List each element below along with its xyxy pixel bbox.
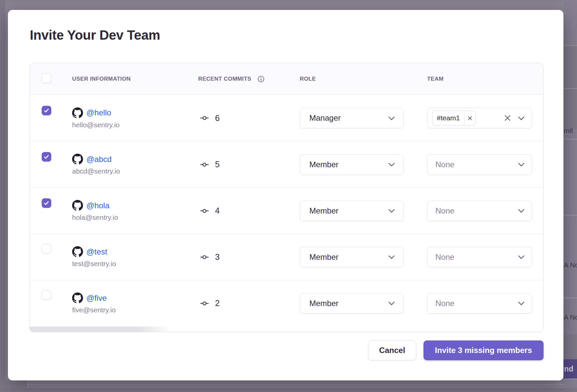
commit-count: 2 (215, 298, 220, 308)
user-email: abcd@sentry.io (72, 167, 198, 175)
github-icon (72, 293, 83, 303)
invite-dev-team-modal: Invite Your Dev Team USER INFORMATION RE… (8, 10, 563, 380)
background-purple-button-fragment: nd (563, 359, 577, 378)
column-header-role: ROLE (300, 76, 316, 82)
github-icon (72, 107, 83, 118)
role-select[interactable]: Member (300, 201, 404, 221)
team-value: #team1 (432, 111, 476, 126)
commit-count: 3 (215, 252, 220, 262)
user-email: hello@sentry.io (72, 121, 198, 129)
chevron-down-icon (517, 114, 526, 123)
chevron-down-icon (517, 299, 526, 308)
table-scroll-shadow (30, 327, 172, 332)
background-block (563, 45, 577, 129)
username-link[interactable]: @hello (86, 108, 111, 117)
username-link[interactable]: @abcd (86, 155, 111, 164)
background-text-fragment: mit (564, 127, 573, 135)
team-clear-icon[interactable] (503, 114, 512, 122)
chevron-down-icon (517, 206, 526, 215)
chevron-down-icon (517, 160, 526, 169)
table-header-row: USER INFORMATION RECENT COMMITS ROLE TEA… (30, 63, 543, 95)
select-all-checkbox[interactable] (42, 73, 51, 83)
row-checkbox[interactable] (42, 106, 51, 115)
team-select[interactable]: None (427, 293, 532, 314)
github-icon (72, 246, 83, 257)
row-checkbox[interactable] (42, 244, 51, 254)
background-text-fragment: A No (564, 313, 577, 321)
chevron-down-icon (387, 114, 396, 123)
team-value: None (432, 160, 454, 169)
row-checkbox[interactable] (42, 290, 51, 300)
commit-icon (198, 160, 211, 169)
invite-members-button[interactable]: Invite 3 missing members (423, 340, 544, 360)
background-page-sliver: mit A No A No nd (563, 0, 577, 392)
commit-count: 6 (215, 113, 220, 123)
role-value: Member (309, 253, 338, 262)
chevron-down-icon (387, 160, 396, 169)
table-row: @hola hola@sentry.io 4 Member None (30, 187, 543, 234)
background-row-line (563, 88, 577, 89)
chevron-down-icon (517, 253, 526, 261)
team-tag-label: #team1 (432, 114, 464, 122)
role-select[interactable]: Member (300, 293, 404, 314)
team-placeholder: None (432, 299, 454, 308)
commit-icon (198, 207, 211, 215)
remove-tag-icon[interactable] (464, 111, 475, 126)
team-tag[interactable]: #team1 (432, 111, 476, 126)
role-select[interactable]: Member (300, 154, 404, 175)
table-row: @five five@sentry.io 2 Member None (30, 280, 543, 326)
role-select[interactable]: Member (300, 247, 404, 267)
table-row: @test test@sentry.io 3 Member None (30, 234, 543, 280)
table-row: @abcd abcd@sentry.io 5 Member None (30, 141, 543, 187)
team-select[interactable]: None (427, 154, 532, 175)
username-link[interactable]: @five (86, 294, 107, 303)
row-checkbox[interactable] (42, 152, 51, 162)
cancel-button[interactable]: Cancel (368, 340, 416, 360)
team-placeholder: None (432, 160, 454, 169)
chevron-down-icon (387, 206, 396, 215)
row-checkbox[interactable] (42, 198, 51, 208)
chevron-down-icon (387, 253, 396, 261)
role-value: Manager (309, 113, 341, 123)
role-select[interactable]: Manager (300, 108, 404, 128)
column-header-commits: RECENT COMMITS (198, 76, 251, 82)
table-body: @hello hello@sentry.io 6 Manager #team1 (30, 95, 543, 326)
chevron-down-icon (387, 299, 396, 308)
team-select[interactable]: None (427, 247, 532, 267)
info-icon[interactable] (257, 75, 265, 83)
background-row-line (563, 215, 577, 216)
role-value: Member (309, 160, 338, 169)
commit-count: 5 (215, 160, 220, 169)
column-header-user: USER INFORMATION (72, 76, 131, 82)
modal-title: Invite Your Dev Team (30, 27, 544, 43)
team-value: None (432, 299, 454, 308)
team-placeholder: None (432, 206, 454, 216)
background-block (563, 334, 577, 359)
commit-count: 4 (215, 206, 220, 216)
background-row-line (563, 139, 577, 139)
background-text-fragment: A No (564, 261, 577, 269)
invite-members-table: USER INFORMATION RECENT COMMITS ROLE TEA… (29, 63, 544, 332)
role-value: Member (309, 299, 338, 308)
team-value: None (432, 206, 454, 216)
team-select[interactable]: #team1 (427, 108, 532, 128)
role-value: Member (309, 206, 338, 216)
background-button-text: nd (563, 365, 573, 373)
commit-icon (198, 114, 211, 122)
username-link[interactable]: @test (86, 247, 107, 256)
background-row-line (563, 379, 577, 379)
column-header-team: TEAM (427, 76, 444, 82)
table-row: @hello hello@sentry.io 6 Manager #team1 (30, 95, 543, 141)
username-link[interactable]: @hola (86, 201, 110, 210)
user-email: hola@sentry.io (72, 214, 198, 221)
team-value: None (432, 253, 454, 262)
team-select[interactable]: None (427, 201, 532, 221)
backdrop-left-edge (0, 0, 5, 392)
commit-icon (198, 253, 211, 261)
background-panel-edge (27, 384, 563, 385)
github-icon (72, 154, 83, 165)
github-icon (72, 200, 83, 211)
backdrop-top-edge (5, 0, 577, 3)
modal-footer: Cancel Invite 3 missing members (29, 340, 544, 360)
team-placeholder: None (432, 253, 454, 262)
